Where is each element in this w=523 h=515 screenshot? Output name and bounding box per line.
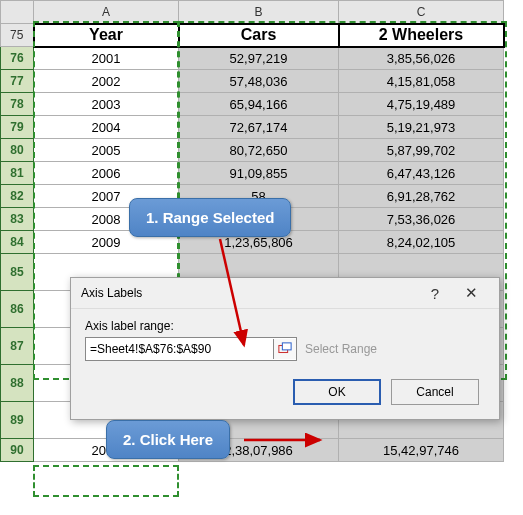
- cell-wheelers[interactable]: 5,87,99,702: [339, 139, 504, 162]
- col-header-C[interactable]: C: [339, 1, 504, 24]
- table-row: 77200257,48,0364,15,81,058: [1, 70, 504, 93]
- help-button[interactable]: ?: [417, 285, 453, 302]
- table-row: 80200580,72,6505,87,99,702: [1, 139, 504, 162]
- dialog-titlebar[interactable]: Axis Labels ? ✕: [71, 278, 499, 309]
- range-picker-icon: [278, 342, 292, 356]
- range-input-group: [85, 337, 297, 361]
- row-header[interactable]: 80: [1, 139, 34, 162]
- cell-wheelers[interactable]: 8,24,02,105: [339, 231, 504, 254]
- cell-cars[interactable]: 91,09,855: [179, 162, 339, 185]
- cell-wheelers[interactable]: 4,15,81,058: [339, 70, 504, 93]
- callout-range-selected: 1. Range Selected: [129, 198, 291, 237]
- table-header-row: 75 Year Cars 2 Wheelers: [1, 24, 504, 47]
- axis-label-range-input[interactable]: [86, 342, 273, 356]
- row-header[interactable]: 89: [1, 402, 34, 439]
- cell-cars[interactable]: 52,97,219: [179, 47, 339, 70]
- cell-cars[interactable]: 72,67,174: [179, 116, 339, 139]
- cell-wheelers[interactable]: 3,85,56,026: [339, 47, 504, 70]
- table-row: 79200472,67,1745,19,21,973: [1, 116, 504, 139]
- row-header[interactable]: 86: [1, 291, 34, 328]
- cell-cars[interactable]: 65,94,166: [179, 93, 339, 116]
- cell-wheelers[interactable]: 6,91,28,762: [339, 185, 504, 208]
- row-header[interactable]: 79: [1, 116, 34, 139]
- cell-wheelers[interactable]: 15,42,97,746: [339, 439, 504, 462]
- cell-cars[interactable]: 80,72,650: [179, 139, 339, 162]
- row-header[interactable]: 90: [1, 439, 34, 462]
- col-header-B[interactable]: B: [179, 1, 339, 24]
- cancel-button[interactable]: Cancel: [391, 379, 479, 405]
- header-cell[interactable]: Cars: [179, 24, 339, 47]
- cell-year[interactable]: 2002: [34, 70, 179, 93]
- range-label: Axis label range:: [85, 319, 485, 333]
- table-row: 78200365,94,1664,75,19,489: [1, 93, 504, 116]
- dialog-title: Axis Labels: [81, 286, 417, 300]
- select-all-cell[interactable]: [1, 1, 34, 24]
- table-row: 76200152,97,2193,85,56,026: [1, 47, 504, 70]
- ok-button[interactable]: OK: [293, 379, 381, 405]
- marching-ants-selection: [33, 465, 179, 497]
- row-header[interactable]: 85: [1, 254, 34, 291]
- cell-wheelers[interactable]: 6,47,43,126: [339, 162, 504, 185]
- header-cell[interactable]: Year: [34, 24, 179, 47]
- cell-year[interactable]: 2005: [34, 139, 179, 162]
- row-header[interactable]: 88: [1, 365, 34, 402]
- row-header[interactable]: 84: [1, 231, 34, 254]
- row-header[interactable]: 77: [1, 70, 34, 93]
- row-header[interactable]: 76: [1, 47, 34, 70]
- row-header[interactable]: 87: [1, 328, 34, 365]
- cell-year[interactable]: 2006: [34, 162, 179, 185]
- collapse-dialog-button[interactable]: [273, 339, 296, 359]
- column-header-row: A B C: [1, 1, 504, 24]
- col-header-A[interactable]: A: [34, 1, 179, 24]
- cell-wheelers[interactable]: 7,53,36,026: [339, 208, 504, 231]
- row-header[interactable]: 75: [1, 24, 34, 47]
- close-button[interactable]: ✕: [453, 284, 489, 302]
- axis-labels-dialog: Axis Labels ? ✕ Axis label range: Select…: [70, 277, 500, 420]
- header-cell[interactable]: 2 Wheelers: [339, 24, 504, 47]
- svg-rect-1: [282, 343, 291, 350]
- row-header[interactable]: 78: [1, 93, 34, 116]
- table-row: 81200691,09,8556,47,43,126: [1, 162, 504, 185]
- row-header[interactable]: 82: [1, 185, 34, 208]
- cell-year[interactable]: 2004: [34, 116, 179, 139]
- cell-year[interactable]: 2001: [34, 47, 179, 70]
- callout-click-here: 2. Click Here: [106, 420, 230, 459]
- select-range-text: Select Range: [305, 342, 377, 356]
- cell-cars[interactable]: 57,48,036: [179, 70, 339, 93]
- cell-wheelers[interactable]: 4,75,19,489: [339, 93, 504, 116]
- cell-year[interactable]: 2003: [34, 93, 179, 116]
- cell-wheelers[interactable]: 5,19,21,973: [339, 116, 504, 139]
- row-header[interactable]: 83: [1, 208, 34, 231]
- table-row: 90 2015 2,38,07,986 15,42,97,746: [1, 439, 504, 462]
- row-header[interactable]: 81: [1, 162, 34, 185]
